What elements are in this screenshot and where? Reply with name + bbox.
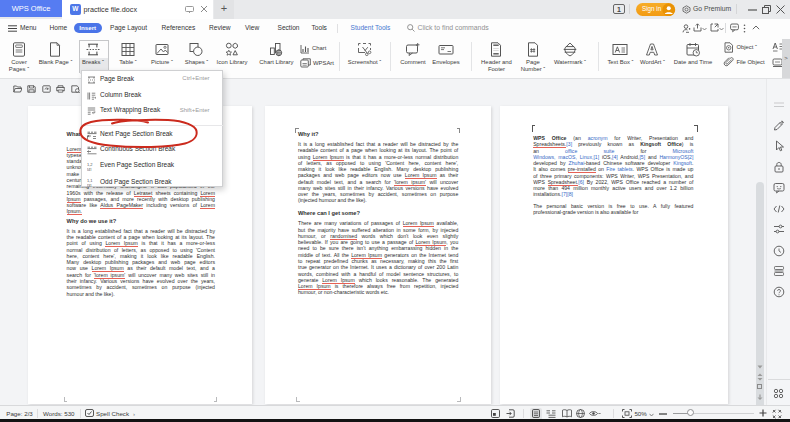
svg-text:[4]: [4] xyxy=(87,167,91,172)
svg-text:1: 1 xyxy=(617,6,621,13)
svg-text:[3]: [3] xyxy=(87,183,91,188)
